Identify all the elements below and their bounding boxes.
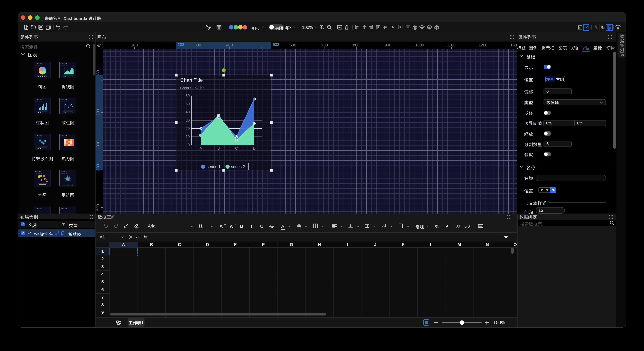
svg-text:En: En (596, 27, 598, 29)
svg-text:D: D (253, 146, 256, 150)
svg-text:Chart Sub-Title: Chart Sub-Title (35, 209, 42, 211)
svg-text:series 1: series 1 (207, 164, 220, 169)
svg-text:60: 60 (186, 94, 190, 98)
svg-text:20: 20 (186, 127, 190, 131)
svg-text:Chart Title: Chart Title (60, 99, 67, 100)
svg-text:Chart Sub-Title: Chart Sub-Title (35, 65, 42, 66)
svg-text:160000000: 160000000 (43, 183, 47, 184)
svg-text:-170000000: -170000000 (38, 183, 42, 184)
svg-text:Chart Title: Chart Title (35, 135, 42, 136)
svg-text:0: 0 (188, 143, 190, 147)
svg-text:Chart Title: Chart Title (35, 171, 42, 173)
svg-text:Chart Title: Chart Title (60, 171, 67, 173)
svg-text:30: 30 (186, 118, 190, 122)
svg-text:A: A (200, 146, 202, 150)
svg-text:Chart Sub-Title: Chart Sub-Title (60, 101, 68, 102)
svg-text:Chart Title: Chart Title (35, 63, 42, 64)
svg-text:C: C (235, 146, 238, 150)
svg-text:B: B (218, 146, 220, 150)
svg-text:Chart Sub-Title: Chart Sub-Title (35, 173, 42, 174)
svg-text:Chart Sub-Title: Chart Sub-Title (180, 86, 204, 90)
svg-text:10: 10 (186, 135, 190, 139)
svg-text:文: 文 (603, 27, 604, 29)
svg-text:Chart Title: Chart Title (180, 77, 203, 83)
svg-text:Chart Sub-Title: Chart Sub-Title (60, 65, 68, 66)
svg-text:series 2: series 2 (231, 164, 245, 169)
svg-text:OS: OS (608, 26, 611, 28)
svg-text:Chart Sub-Title: Chart Sub-Title (35, 101, 42, 102)
svg-text:Chart Sub-Title: Chart Sub-Title (35, 137, 42, 138)
svg-text:Chart Sub-Title: Chart Sub-Title (60, 137, 68, 138)
svg-text:50: 50 (186, 102, 190, 106)
svg-text:Chart Title: Chart Title (60, 135, 67, 136)
svg-text:40: 40 (186, 110, 190, 114)
svg-text:Chart Title: Chart Title (60, 208, 67, 209)
svg-text:A: A (382, 224, 384, 228)
svg-text:Chart Sub-Title: Chart Sub-Title (60, 209, 68, 211)
svg-text:Chart Title: Chart Title (60, 63, 67, 64)
svg-text:Chart Title: Chart Title (35, 208, 42, 209)
svg-text:Chart Title: Chart Title (35, 99, 42, 100)
svg-text:Chart Sub-Title: Chart Sub-Title (60, 173, 68, 174)
